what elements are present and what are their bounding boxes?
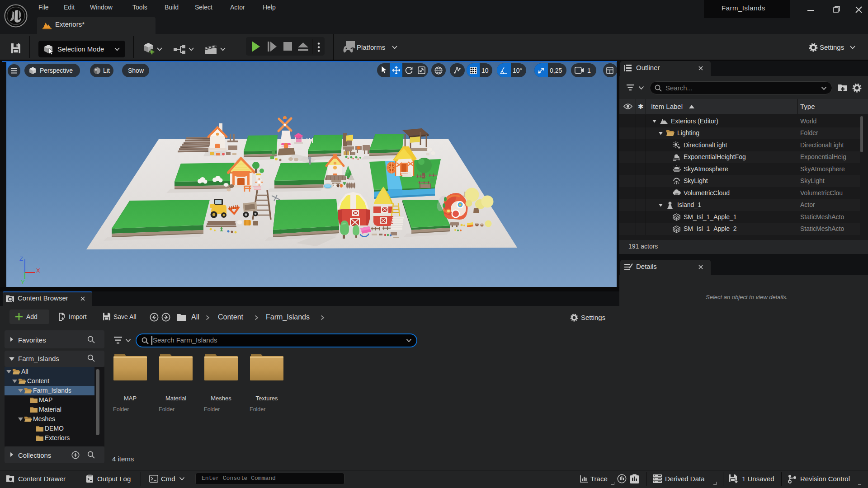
svg-text:Z: Z: [19, 255, 23, 262]
svg-text:X: X: [36, 267, 40, 274]
svg-text:Y: Y: [21, 279, 25, 286]
